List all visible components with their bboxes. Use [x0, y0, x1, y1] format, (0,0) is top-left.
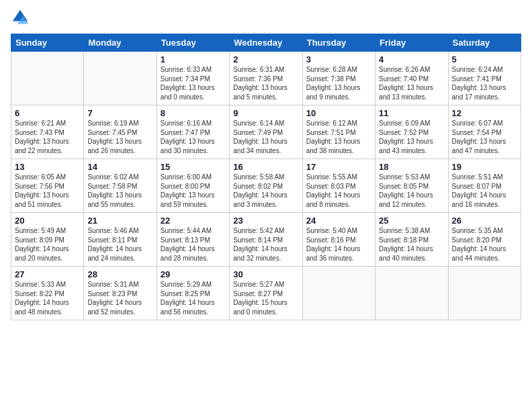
day-number: 22 — [161, 216, 226, 226]
calendar-cell: 12Sunrise: 6:07 AM Sunset: 7:54 PM Dayli… — [448, 105, 521, 159]
day-info: Sunrise: 6:24 AM Sunset: 7:41 PM Dayligh… — [452, 65, 517, 101]
calendar-cell — [11, 52, 84, 105]
header — [0, 0, 532, 30]
calendar-cell: 19Sunrise: 5:51 AM Sunset: 8:07 PM Dayli… — [448, 159, 521, 213]
calendar-cell: 10Sunrise: 6:12 AM Sunset: 7:51 PM Dayli… — [302, 105, 375, 159]
weekday-header-sunday: Sunday — [11, 34, 84, 52]
day-number: 27 — [15, 269, 80, 279]
day-info: Sunrise: 6:33 AM Sunset: 7:34 PM Dayligh… — [161, 65, 226, 101]
day-number: 23 — [233, 216, 298, 226]
day-number: 7 — [87, 108, 152, 118]
calendar-week-row: 1Sunrise: 6:33 AM Sunset: 7:34 PM Daylig… — [11, 52, 521, 105]
weekday-header-thursday: Thursday — [302, 34, 375, 52]
day-number: 29 — [161, 269, 226, 279]
day-info: Sunrise: 5:51 AM Sunset: 8:07 PM Dayligh… — [452, 173, 517, 209]
day-info: Sunrise: 6:05 AM Sunset: 7:56 PM Dayligh… — [15, 173, 80, 209]
day-info: Sunrise: 6:14 AM Sunset: 7:49 PM Dayligh… — [233, 119, 298, 155]
day-info: Sunrise: 5:58 AM Sunset: 8:02 PM Dayligh… — [233, 173, 298, 209]
day-number: 12 — [452, 108, 517, 118]
weekday-header-friday: Friday — [375, 34, 448, 52]
day-info: Sunrise: 6:19 AM Sunset: 7:45 PM Dayligh… — [87, 119, 152, 155]
calendar-cell: 25Sunrise: 5:38 AM Sunset: 8:18 PM Dayli… — [375, 213, 448, 267]
day-info: Sunrise: 6:02 AM Sunset: 7:58 PM Dayligh… — [87, 173, 152, 209]
day-number: 20 — [15, 216, 80, 226]
weekday-header-row: SundayMondayTuesdayWednesdayThursdayFrid… — [11, 34, 521, 52]
calendar-cell: 8Sunrise: 6:16 AM Sunset: 7:47 PM Daylig… — [157, 105, 229, 159]
calendar-cell: 7Sunrise: 6:19 AM Sunset: 7:45 PM Daylig… — [84, 105, 157, 159]
day-number: 4 — [379, 54, 444, 64]
day-number: 16 — [233, 162, 298, 172]
calendar-cell — [84, 52, 157, 105]
calendar-cell: 17Sunrise: 5:55 AM Sunset: 8:03 PM Dayli… — [302, 159, 375, 213]
day-number: 8 — [161, 108, 226, 118]
day-number: 30 — [233, 269, 298, 279]
logo-icon — [11, 8, 30, 27]
day-number: 9 — [233, 108, 298, 118]
day-number: 15 — [161, 162, 226, 172]
day-info: Sunrise: 6:09 AM Sunset: 7:52 PM Dayligh… — [379, 119, 444, 155]
day-info: Sunrise: 5:33 AM Sunset: 8:22 PM Dayligh… — [15, 280, 80, 316]
calendar-cell: 28Sunrise: 5:31 AM Sunset: 8:23 PM Dayli… — [84, 267, 157, 320]
calendar-cell: 23Sunrise: 5:42 AM Sunset: 8:14 PM Dayli… — [230, 213, 302, 267]
day-number: 5 — [452, 54, 517, 64]
calendar-cell: 30Sunrise: 5:27 AM Sunset: 8:27 PM Dayli… — [230, 267, 302, 320]
day-number: 13 — [15, 162, 80, 172]
calendar-cell: 21Sunrise: 5:46 AM Sunset: 8:11 PM Dayli… — [84, 213, 157, 267]
calendar-cell — [302, 267, 375, 320]
day-info: Sunrise: 6:31 AM Sunset: 7:36 PM Dayligh… — [233, 65, 298, 101]
calendar-cell: 16Sunrise: 5:58 AM Sunset: 8:02 PM Dayli… — [230, 159, 302, 213]
day-info: Sunrise: 5:31 AM Sunset: 8:23 PM Dayligh… — [87, 280, 152, 316]
day-info: Sunrise: 6:16 AM Sunset: 7:47 PM Dayligh… — [161, 119, 226, 155]
day-number: 17 — [306, 162, 371, 172]
calendar-cell: 11Sunrise: 6:09 AM Sunset: 7:52 PM Dayli… — [375, 105, 448, 159]
day-number: 25 — [379, 216, 444, 226]
day-number: 24 — [306, 216, 371, 226]
calendar-cell: 3Sunrise: 6:28 AM Sunset: 7:38 PM Daylig… — [302, 52, 375, 105]
calendar-week-row: 13Sunrise: 6:05 AM Sunset: 7:56 PM Dayli… — [11, 159, 521, 213]
calendar-cell: 27Sunrise: 5:33 AM Sunset: 8:22 PM Dayli… — [11, 267, 84, 320]
day-number: 2 — [233, 54, 298, 64]
calendar-week-row: 27Sunrise: 5:33 AM Sunset: 8:22 PM Dayli… — [11, 267, 521, 320]
calendar-cell: 2Sunrise: 6:31 AM Sunset: 7:36 PM Daylig… — [230, 52, 302, 105]
day-info: Sunrise: 5:27 AM Sunset: 8:27 PM Dayligh… — [233, 280, 298, 316]
day-info: Sunrise: 5:46 AM Sunset: 8:11 PM Dayligh… — [87, 226, 152, 263]
calendar-cell — [375, 267, 448, 320]
calendar-table: SundayMondayTuesdayWednesdayThursdayFrid… — [11, 34, 521, 320]
day-info: Sunrise: 6:07 AM Sunset: 7:54 PM Dayligh… — [452, 119, 517, 155]
day-info: Sunrise: 5:55 AM Sunset: 8:03 PM Dayligh… — [306, 173, 371, 209]
logo — [11, 8, 32, 27]
calendar-cell: 14Sunrise: 6:02 AM Sunset: 7:58 PM Dayli… — [84, 159, 157, 213]
calendar-cell: 18Sunrise: 5:53 AM Sunset: 8:05 PM Dayli… — [375, 159, 448, 213]
day-number: 26 — [452, 216, 517, 226]
weekday-header-saturday: Saturday — [448, 34, 521, 52]
day-info: Sunrise: 5:49 AM Sunset: 8:09 PM Dayligh… — [15, 226, 80, 263]
day-info: Sunrise: 5:29 AM Sunset: 8:25 PM Dayligh… — [161, 280, 226, 316]
calendar-cell: 4Sunrise: 6:26 AM Sunset: 7:40 PM Daylig… — [375, 52, 448, 105]
calendar-cell: 24Sunrise: 5:40 AM Sunset: 8:16 PM Dayli… — [302, 213, 375, 267]
calendar-cell: 1Sunrise: 6:33 AM Sunset: 7:34 PM Daylig… — [157, 52, 229, 105]
day-number: 19 — [452, 162, 517, 172]
day-number: 6 — [15, 108, 80, 118]
day-info: Sunrise: 5:42 AM Sunset: 8:14 PM Dayligh… — [233, 226, 298, 263]
weekday-header-tuesday: Tuesday — [157, 34, 229, 52]
day-number: 14 — [87, 162, 152, 172]
calendar-cell: 5Sunrise: 6:24 AM Sunset: 7:41 PM Daylig… — [448, 52, 521, 105]
day-info: Sunrise: 5:35 AM Sunset: 8:20 PM Dayligh… — [452, 226, 517, 263]
day-info: Sunrise: 5:44 AM Sunset: 8:13 PM Dayligh… — [161, 226, 226, 263]
day-number: 1 — [161, 54, 226, 64]
calendar-cell: 15Sunrise: 6:00 AM Sunset: 8:00 PM Dayli… — [157, 159, 229, 213]
calendar-cell: 6Sunrise: 6:21 AM Sunset: 7:43 PM Daylig… — [11, 105, 84, 159]
day-number: 21 — [87, 216, 152, 226]
calendar-cell: 20Sunrise: 5:49 AM Sunset: 8:09 PM Dayli… — [11, 213, 84, 267]
calendar-week-row: 20Sunrise: 5:49 AM Sunset: 8:09 PM Dayli… — [11, 213, 521, 267]
day-info: Sunrise: 6:28 AM Sunset: 7:38 PM Dayligh… — [306, 65, 371, 101]
calendar-cell: 26Sunrise: 5:35 AM Sunset: 8:20 PM Dayli… — [448, 213, 521, 267]
day-number: 28 — [87, 269, 152, 279]
day-info: Sunrise: 6:00 AM Sunset: 8:00 PM Dayligh… — [161, 173, 226, 209]
calendar-week-row: 6Sunrise: 6:21 AM Sunset: 7:43 PM Daylig… — [11, 105, 521, 159]
weekday-header-wednesday: Wednesday — [230, 34, 302, 52]
day-info: Sunrise: 6:26 AM Sunset: 7:40 PM Dayligh… — [379, 65, 444, 101]
day-number: 10 — [306, 108, 371, 118]
day-number: 3 — [306, 54, 371, 64]
weekday-header-monday: Monday — [84, 34, 157, 52]
